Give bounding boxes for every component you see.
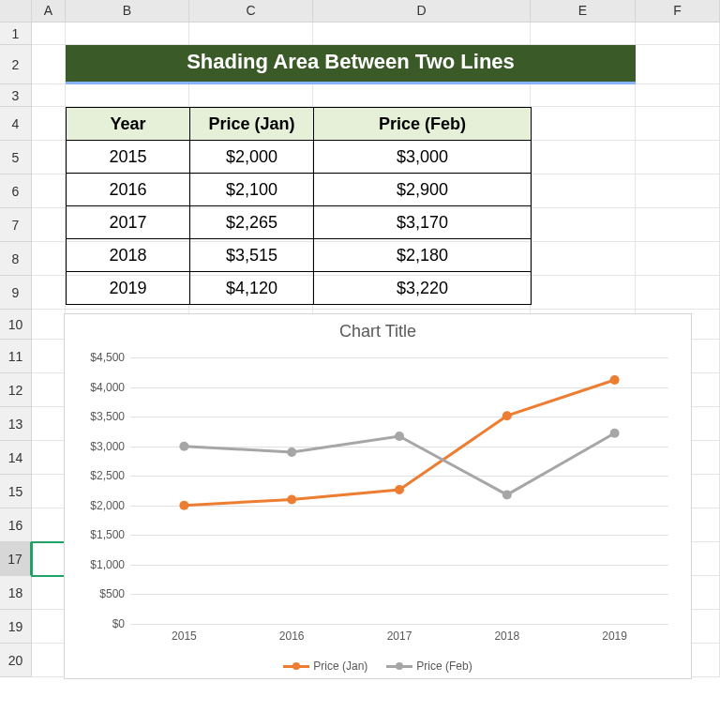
chart-y-tick: $1,000: [90, 558, 125, 571]
chart-object[interactable]: Chart Title $0$500$1,000$1,500$2,000$2,5…: [64, 313, 692, 679]
column-header-C[interactable]: C: [189, 0, 313, 23]
chart-y-tick: $1,500: [90, 528, 125, 541]
row-headers: 1234567891011121314151617181920: [0, 23, 32, 677]
row-header-19[interactable]: 19: [0, 610, 32, 644]
chart-y-tick: $500: [99, 587, 125, 600]
chart-y-tick: $2,000: [90, 499, 125, 512]
table-header: Year: [67, 108, 190, 141]
chart-gridline: [130, 624, 668, 625]
table-cell[interactable]: $2,265: [190, 206, 314, 239]
row-header-8[interactable]: 8: [0, 242, 32, 276]
table-cell[interactable]: 2019: [67, 272, 190, 305]
chart-x-tick: 2016: [279, 629, 305, 643]
chart-y-tick: $3,000: [90, 440, 125, 453]
chart-x-tick: 2018: [494, 629, 519, 643]
table-cell[interactable]: $2,000: [190, 141, 314, 174]
chart-y-tick: $0: [112, 617, 125, 630]
table-cell[interactable]: 2016: [67, 174, 190, 206]
chart-marker[interactable]: [502, 411, 512, 420]
chart-x-tick: 2019: [602, 629, 627, 643]
table-cell[interactable]: $2,900: [314, 174, 532, 206]
row-header-12[interactable]: 12: [0, 373, 32, 407]
chart-legend[interactable]: Price (Jan)Price (Feb): [65, 656, 691, 673]
page-title: Shading Area Between Two Lines: [66, 45, 636, 84]
table-cell[interactable]: $3,515: [190, 239, 314, 272]
column-headers: ABCDEF: [32, 0, 720, 23]
table-cell[interactable]: $4,120: [190, 272, 314, 305]
row-header-14[interactable]: 14: [0, 441, 32, 475]
table-header: Price (Feb): [314, 108, 532, 141]
row-header-18[interactable]: 18: [0, 576, 32, 610]
chart-marker[interactable]: [610, 429, 620, 438]
row-header-11[interactable]: 11: [0, 340, 32, 373]
row-header-20[interactable]: 20: [0, 644, 32, 677]
table-cell[interactable]: 2015: [67, 141, 190, 174]
column-header-A[interactable]: A: [32, 0, 66, 23]
chart-y-tick: $2,500: [90, 469, 125, 482]
spreadsheet-window: ABCDEF 1234567891011121314151617181920 S…: [0, 0, 720, 728]
legend-label: Price (Jan): [313, 660, 368, 673]
table-header: Price (Jan): [190, 108, 314, 141]
table-cell[interactable]: $3,000: [314, 141, 532, 174]
row-header-13[interactable]: 13: [0, 407, 32, 441]
select-all-corner[interactable]: [0, 0, 32, 23]
table-cell[interactable]: $2,100: [190, 174, 314, 206]
chart-series: [130, 357, 668, 624]
table-cell[interactable]: 2017: [67, 206, 190, 239]
chart-y-tick: $3,500: [90, 410, 125, 423]
row-header-17[interactable]: 17: [0, 542, 32, 576]
chart-x-tick: 2017: [387, 629, 412, 643]
data-table: YearPrice (Jan)Price (Feb)2015$2,000$3,0…: [66, 107, 532, 305]
chart-marker[interactable]: [179, 442, 188, 451]
table-cell[interactable]: 2018: [67, 239, 190, 272]
chart-marker[interactable]: [502, 490, 512, 499]
row-header-2[interactable]: 2: [0, 45, 32, 84]
column-header-B[interactable]: B: [66, 0, 189, 23]
chart-marker[interactable]: [395, 485, 404, 494]
chart-title[interactable]: Chart Title: [65, 322, 691, 341]
legend-label: Price (Feb): [416, 660, 472, 673]
table-cell[interactable]: $3,170: [314, 206, 532, 239]
chart-marker[interactable]: [179, 501, 188, 510]
chart-marker[interactable]: [287, 447, 296, 457]
row-header-5[interactable]: 5: [0, 141, 32, 174]
row-header-7[interactable]: 7: [0, 208, 32, 242]
chart-marker[interactable]: [287, 494, 296, 504]
row-header-16[interactable]: 16: [0, 508, 32, 542]
row-header-4[interactable]: 4: [0, 107, 32, 141]
chart-plot-area[interactable]: $0$500$1,000$1,500$2,000$2,500$3,000$3,5…: [130, 357, 668, 624]
table-cell[interactable]: $3,220: [314, 272, 532, 305]
chart-marker[interactable]: [395, 432, 404, 441]
chart-marker[interactable]: [610, 375, 620, 385]
column-header-D[interactable]: D: [313, 0, 531, 23]
row-header-10[interactable]: 10: [0, 310, 32, 340]
chart-y-tick: $4,500: [90, 351, 125, 364]
row-header-3[interactable]: 3: [0, 84, 32, 107]
chart-y-tick: $4,000: [90, 381, 125, 394]
column-header-E[interactable]: E: [531, 0, 636, 23]
legend-item[interactable]: Price (Feb): [386, 660, 472, 673]
row-header-9[interactable]: 9: [0, 276, 32, 310]
row-header-15[interactable]: 15: [0, 475, 32, 508]
column-header-F[interactable]: F: [636, 0, 720, 23]
row-header-6[interactable]: 6: [0, 174, 32, 208]
chart-x-tick: 2015: [172, 629, 197, 643]
legend-item[interactable]: Price (Jan): [283, 660, 368, 673]
table-cell[interactable]: $2,180: [314, 239, 532, 272]
row-header-1[interactable]: 1: [0, 23, 32, 45]
